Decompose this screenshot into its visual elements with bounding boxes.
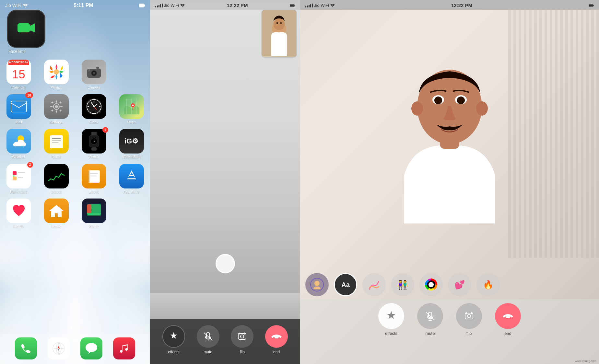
notes-icon <box>49 133 64 150</box>
flip-circle[interactable] <box>231 325 253 348</box>
effect-text[interactable]: Aa <box>334 273 357 296</box>
facetime-icon[interactable] <box>7 10 45 48</box>
effect-people[interactable]: 👫 <box>391 273 414 296</box>
effects-circle[interactable] <box>162 325 185 348</box>
flip2-circle[interactable] <box>456 303 482 329</box>
status-right <box>139 4 145 7</box>
end2-circle[interactable] <box>495 303 521 329</box>
end-call-icon <box>271 334 282 339</box>
effects2-circle[interactable] <box>378 303 404 329</box>
svg-rect-60 <box>90 176 97 177</box>
mute-control[interactable]: mute <box>197 325 219 354</box>
watch-app[interactable]: 1 Watch <box>78 129 110 159</box>
clock-icon <box>85 97 103 116</box>
svg-point-32 <box>93 106 95 107</box>
home-icon <box>48 202 65 219</box>
igeeksblog-app[interactable]: iG⚙ iGeeksBlog <box>115 129 148 159</box>
effect-colorwheel[interactable] <box>419 273 443 296</box>
clock-label: Clock <box>89 120 99 124</box>
svg-rect-21 <box>51 109 53 112</box>
pip-video-content <box>262 10 296 57</box>
stocks-app[interactable]: Stocks <box>40 164 73 194</box>
reminders-app[interactable]: 2 Reminders <box>3 164 35 194</box>
camera-app[interactable]: Camera <box>78 60 110 90</box>
svg-rect-22 <box>59 109 61 112</box>
svg-rect-17 <box>50 106 53 107</box>
status-left: Jio WiFi <box>5 3 28 8</box>
mute2-control[interactable]: mute <box>417 303 443 336</box>
flip-control[interactable]: flip <box>231 325 253 354</box>
stocks-icon <box>48 170 65 183</box>
clock-app[interactable]: Clock <box>78 94 110 124</box>
svg-rect-52 <box>13 176 17 180</box>
app-grid: Wednesday 15 Calendar Phot <box>0 56 150 233</box>
svg-point-100 <box>314 281 320 286</box>
watch-label: Watch <box>89 155 99 159</box>
svg-point-107 <box>467 314 471 318</box>
photos-app[interactable]: Photos <box>40 60 73 90</box>
calendar-app[interactable]: Wednesday 15 Calendar <box>3 60 35 90</box>
signal-bars <box>155 4 163 7</box>
end-control[interactable]: end <box>265 325 288 354</box>
svg-point-80 <box>276 22 278 24</box>
svg-rect-90 <box>589 5 593 6</box>
svg-point-9 <box>93 72 95 74</box>
facetime-label: FaceTime <box>7 49 26 54</box>
page-dots <box>0 327 150 329</box>
wallet-app[interactable]: Wallet <box>78 199 110 229</box>
effect-handwriting[interactable] <box>362 273 386 296</box>
svg-rect-59 <box>90 175 97 176</box>
svg-rect-2 <box>145 5 145 6</box>
reminders-icon <box>11 168 27 184</box>
maps-icon <box>123 98 140 115</box>
svg-point-79 <box>274 18 285 30</box>
effects-control[interactable]: effects <box>162 325 185 354</box>
svg-point-81 <box>280 22 282 24</box>
effect-flame[interactable]: 🔥 <box>476 273 500 296</box>
watch-badge: 1 <box>102 127 108 133</box>
svg-rect-58 <box>90 173 98 174</box>
stocks-label: Stocks <box>51 190 62 194</box>
effect-memoji[interactable] <box>305 273 329 296</box>
settings-app[interactable]: Settings <box>40 94 73 124</box>
svg-point-93 <box>411 101 423 116</box>
watch-icon <box>87 132 101 151</box>
mute-icon <box>203 331 213 342</box>
flip2-control[interactable]: flip <box>456 303 482 336</box>
end-circle[interactable] <box>265 325 288 348</box>
dock-messages-app[interactable] <box>80 337 102 359</box>
mute-circle[interactable] <box>197 325 219 348</box>
effects2-control[interactable]: effects <box>378 303 404 336</box>
flip-icon <box>237 332 247 341</box>
weather-icon <box>10 133 27 149</box>
dock-phone-app[interactable] <box>15 337 37 359</box>
svg-point-87 <box>332 6 333 7</box>
appstore-app[interactable]: App Store <box>115 164 148 194</box>
notes-app[interactable]: Notes <box>40 129 73 159</box>
books-app[interactable]: Books <box>78 164 110 194</box>
flip-label: flip <box>240 350 245 354</box>
svg-rect-16 <box>56 110 57 113</box>
end2-control[interactable]: end <box>495 303 521 336</box>
svg-point-11 <box>88 69 90 71</box>
svg-rect-89 <box>593 5 594 6</box>
health-app[interactable]: Health <box>3 199 35 229</box>
svg-rect-15 <box>56 100 57 103</box>
weather-app[interactable]: Weather <box>3 129 35 159</box>
igeeksblog-label: iGeeksBlog <box>122 155 140 159</box>
mail-app[interactable]: 10 Mail <box>3 94 35 124</box>
svg-rect-67 <box>92 204 101 213</box>
settings-icon <box>48 98 65 115</box>
maps-app[interactable]: Maps <box>115 94 148 124</box>
ft2-signal <box>305 4 313 7</box>
dock-safari-app[interactable] <box>48 337 70 359</box>
mute2-circle[interactable] <box>417 303 443 329</box>
svg-rect-61 <box>88 170 89 183</box>
pip-video <box>261 10 297 58</box>
effect-hearts[interactable]: 💕 <box>448 273 471 296</box>
facetime-effects-panel: Jio WiFi 12:22 PM <box>300 0 599 364</box>
capture-button[interactable] <box>216 254 235 273</box>
dock-music-app[interactable] <box>113 337 135 359</box>
home-app[interactable]: Home <box>40 199 73 229</box>
svg-point-86 <box>241 335 244 338</box>
